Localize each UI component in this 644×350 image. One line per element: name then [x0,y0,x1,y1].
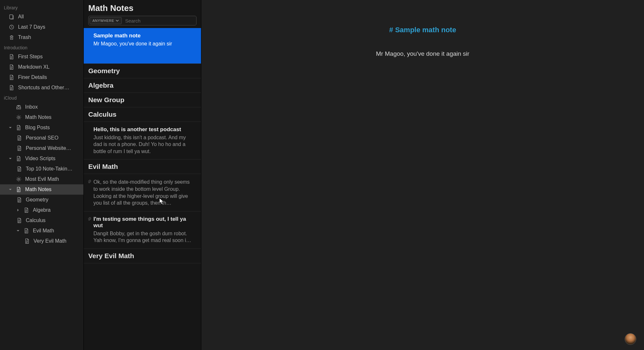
sidebar-item-first-steps[interactable]: First Steps [0,52,83,62]
search-row: ANYWHERE [88,16,197,25]
sidebar-item-label: Most Evil Math [25,176,59,182]
stack-icon [8,14,15,20]
doc-icon [24,238,30,244]
doc-icon [8,74,15,81]
sidebar-item-all[interactable]: All [0,12,83,22]
group-new-group[interactable]: New Group [84,93,201,107]
doc-icon [15,155,22,162]
group-calculus-group[interactable]: Calculus [84,107,201,122]
sidebar-item-last-7-days[interactable]: Last 7 Days [0,22,83,32]
group-title: Geometry [88,67,197,75]
note-sample-math-note[interactable]: Sample math noteMr Magoo, you've done it… [84,28,201,64]
group-title: Algebra [88,82,197,89]
doc-icon [16,145,23,151]
sidebar-item-label: Shortcuts and Other… [18,85,69,91]
note-preview: Dangit Bobby, get in the gosh durn robot… [93,230,195,244]
sidebar-section-title: Library [0,3,83,12]
trash-icon [8,34,15,41]
sidebar-item-inbox[interactable]: Inbox [0,102,83,112]
disclosure-spacer [8,115,12,119]
sidebar-section-title: Introduction [0,43,83,52]
group-algebra-group[interactable]: Algebra [84,78,201,93]
sidebar-item-label: Evil Math [33,228,54,234]
gear-icon [15,176,22,182]
doc-icon [8,53,15,60]
svg-point-3 [18,178,19,180]
editor-panel[interactable]: # Sample math note Mr Magoo, you've done… [201,0,644,350]
sidebar-item-label: First Steps [18,54,43,60]
note-preview: Ok, so the date-modified thing only seem… [93,179,195,206]
note-testing-note[interactable]: I'm testing some things out, I tell ya w… [84,211,201,249]
note-list-header: Math Notes ANYWHERE [84,0,201,28]
group-evil-math-group[interactable]: Evil Math [84,160,201,174]
gear-icon [15,114,22,121]
group-title: Calculus [88,111,197,118]
doc-icon [23,228,30,234]
sidebar-item-label: Calculus [26,218,45,223]
disclosure-down-icon[interactable] [16,229,20,233]
app-root: LibraryAllLast 7 DaysTrashIntroductionFi… [0,0,644,350]
disclosure-down-icon[interactable] [8,188,12,191]
sidebar-item-very-evil-math[interactable]: Very Evil Math [0,236,83,246]
sidebar-item-label: Math Notes [25,187,52,192]
sidebar-item-label: Very Evil Math [34,238,66,244]
sidebar-item-label: Finer Details [18,74,47,80]
sidebar-item-label: Algebra [33,207,51,213]
svg-rect-0 [10,15,13,19]
note-list-title: Math Notes [88,3,197,13]
sidebar-item-calculus[interactable]: Calculus [0,215,83,226]
inbox-icon [15,104,22,110]
note-date-modified-note[interactable]: Ok, so the date-modified thing only seem… [84,174,201,211]
svg-point-2 [18,116,19,118]
disclosure-down-icon[interactable] [8,157,12,160]
sidebar-item-personal-website[interactable]: Personal Website… [0,143,83,153]
sidebar-item-label: Personal SEO [26,135,58,141]
disclosure-right-icon[interactable] [16,208,20,212]
sidebar-item-math-notes-filter[interactable]: Math Notes [0,112,83,122]
sidebar-item-markdown-xl[interactable]: Markdown XL [0,62,83,72]
sidebar-item-label: All [18,14,24,20]
sidebar-item-label: Inbox [25,104,38,110]
sidebar-item-trash[interactable]: Trash [0,32,83,43]
sidebar-item-math-notes-group[interactable]: Math Notes [0,184,83,195]
note-title: Sample math note [93,33,195,39]
search-input[interactable] [123,16,196,25]
doc-icon [16,135,23,141]
sidebar-item-finer-details[interactable]: Finer Details [0,72,83,83]
doc-icon [8,64,15,70]
note-preview: Just kidding, this isn't a podcast. And … [93,134,195,155]
group-geometry-group[interactable]: Geometry [84,64,201,78]
note-preview: Mr Magoo, you've done it again sir [93,40,195,47]
group-very-evil-math-group[interactable]: Very Evil Math [84,249,201,263]
paperclip-icon [87,179,91,185]
doc-icon [8,84,15,91]
sidebar-item-label: Markdown XL [18,64,50,70]
disclosure-down-icon[interactable] [8,126,12,130]
sidebar-item-video-scripts[interactable]: Video Scripts [0,153,83,164]
note-entries: Sample math noteMr Magoo, you've done it… [84,28,201,263]
search-scope-label: ANYWHERE [92,19,114,23]
editor-title: # Sample math note [300,26,545,34]
sidebar-item-algebra[interactable]: Algebra [0,205,83,215]
sidebar-section-title: iCloud [0,93,83,102]
sidebar-item-label: Math Notes [25,114,52,120]
sidebar-item-blog-posts[interactable]: Blog Posts [0,122,83,133]
sidebar-item-top-10-note[interactable]: Top 10 Note-Takin… [0,164,83,174]
sidebar-item-geometry[interactable]: Geometry [0,195,83,205]
doc-icon [15,124,22,131]
group-title: Evil Math [88,163,197,170]
sidebar-item-label: Blog Posts [25,125,50,131]
sidebar-item-shortcuts[interactable]: Shortcuts and Other… [0,83,83,93]
sidebar: LibraryAllLast 7 DaysTrashIntroductionFi… [0,0,84,350]
search-scope-dropdown[interactable]: ANYWHERE [90,17,122,24]
note-test-podcast-note[interactable]: Hello, this is another test podcastJust … [84,122,201,160]
doc-icon [16,166,23,172]
doc-icon [23,207,30,213]
avatar[interactable] [625,333,636,345]
sidebar-item-evil-math[interactable]: Evil Math [0,226,83,236]
sidebar-item-personal-seo[interactable]: Personal SEO [0,133,83,143]
clock-icon [8,24,15,30]
disclosure-spacer [8,105,12,109]
paperclip-icon [87,217,91,222]
sidebar-item-most-evil-math[interactable]: Most Evil Math [0,174,83,184]
